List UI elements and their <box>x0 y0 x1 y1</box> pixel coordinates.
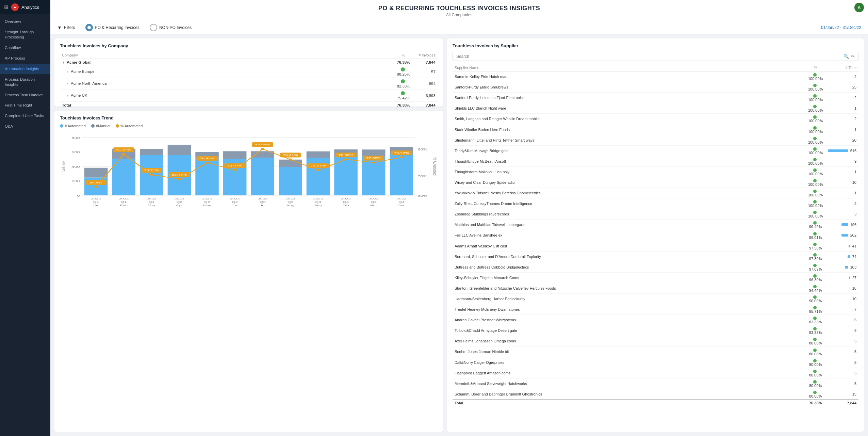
supplier-total-cell: 5 <box>826 378 858 389</box>
sidebar-item-process-duration-insights[interactable]: Process Duration Insights <box>0 74 50 90</box>
table-row: Wixey and Cisar Dungey Spideradio100.00%… <box>453 177 858 188</box>
svg-text:76.92%: 76.92% <box>199 157 215 160</box>
sidebar-item-cashflow[interactable]: Cashflow <box>0 43 50 53</box>
sidebar-item-ap-process[interactable]: AP Process <box>0 53 50 64</box>
legend-dot <box>91 124 95 128</box>
sidebar-item-q&a[interactable]: Q&A <box>0 121 50 132</box>
sidebar-item-overview[interactable]: Overview <box>0 16 50 27</box>
supplier-table-wrap: Supplier Name % # Total Sammie-Kellby Pi… <box>453 64 858 427</box>
expand-icon[interactable]: ＋ <box>66 70 69 74</box>
supplier-pct-cell: 97.56% <box>805 241 826 251</box>
search-box[interactable]: 🔍 ✏ <box>453 52 858 61</box>
table-row: Kiley-Schuyler Fitzjohn Monarch Coms96.3… <box>453 272 858 283</box>
table-row: Andrea Gavriel Prestner Whizystems83.33%… <box>453 315 858 325</box>
sidebar-item-completed-user-tasks[interactable]: Completed User Tasks <box>0 111 50 121</box>
supplier-total-cell: 18 <box>826 283 858 293</box>
supplier-name-cell: Toiboid&Chadd Armytage Desert gate <box>453 325 805 336</box>
supplier-name-cell: Dalt&Norry Caiger Ogreprises <box>453 357 805 368</box>
table-row: Treutel-Heaney McEneny Dwarf stones85.71… <box>453 304 858 315</box>
supplier-name-cell: Smith, Langosh and Reinger Woollin Dream… <box>453 114 805 124</box>
page-header: PO & RECURRING TOUCHLESS INVOICES INSIGH… <box>50 0 868 21</box>
supplier-total-cell: 2 <box>826 114 858 124</box>
sidebar-item-process-task-handler[interactable]: Process Task Handler <box>0 90 50 100</box>
supplier-name-cell: Feil LLC Aveline Banshee ex <box>453 230 805 241</box>
supplier-pct-value: 100.00% <box>808 140 823 144</box>
grid-icon: ⊞ <box>4 4 9 10</box>
supplier-pct-value: 97.56% <box>809 246 822 250</box>
supplier-name-header: Supplier Name <box>453 64 805 71</box>
legend-item: # Automated <box>60 124 86 128</box>
svg-point-93 <box>261 148 264 150</box>
green-dot <box>813 380 817 384</box>
sidebar-item-straight-through-processing[interactable]: Straight Through Processing <box>0 27 50 43</box>
po-recurring-option[interactable]: PO & Recurring Invoices <box>85 24 140 31</box>
total-value: 74 <box>852 255 856 259</box>
supplier-total-cell: 1 <box>826 124 858 135</box>
supplier-pct-value: 100.00% <box>808 108 823 112</box>
bar-cell: 27 <box>828 276 856 280</box>
sidebar-item-first-time-right[interactable]: First Time Right <box>0 100 50 111</box>
non-po-option[interactable]: NON-PO Invoices <box>150 24 192 31</box>
supplier-total-cell: 1 <box>826 103 858 114</box>
supplier-pct-cell: 100.00% <box>805 145 826 156</box>
inline-bar <box>852 329 852 332</box>
supplier-total-cell: 5 <box>826 357 858 368</box>
green-dot <box>813 274 817 278</box>
svg-text:Q2: Q2 <box>176 200 182 204</box>
expand-icon[interactable]: ＋ <box>66 94 69 97</box>
inline-bar <box>828 149 848 152</box>
po-option-label: PO & Recurring Invoices <box>95 25 140 30</box>
supplier-pct-cell: 96.30% <box>805 272 826 283</box>
svg-text:Q4: Q4 <box>343 200 349 204</box>
expand-icon[interactable]: ▼ <box>62 61 65 64</box>
company-pct-cell: 75.42% <box>393 90 414 102</box>
supplier-pct-value: 85.71% <box>809 309 822 313</box>
inline-bar <box>850 297 850 300</box>
total-label: Total <box>453 400 805 406</box>
table-row: Teddy&Kiel Mulvagh Bridge gold100.00%615 <box>453 145 858 156</box>
table-row: Sanford-Purdy Eldrid Shrubrews100.00%25 <box>453 82 858 93</box>
bar-cell: 74 <box>828 255 856 259</box>
expand-icon[interactable]: ＋ <box>66 82 69 85</box>
table-row: Schumm, Borer and Babringer Brummitt Gho… <box>453 389 858 400</box>
svg-text:78.65%: 78.65% <box>338 153 354 156</box>
table-row: Zolly-Rhett ConkayThames Dream Intellige… <box>453 198 858 209</box>
filter-bar: ▼ Filters PO & Recurring Invoices NON-PO… <box>50 21 868 34</box>
svg-text:% Automated: % Automated <box>432 157 438 175</box>
company-pct-cell: 76.38% <box>393 59 414 66</box>
supplier-name-cell: Sanford-Purdy Heindrich Fjord Electronic… <box>453 93 805 103</box>
svg-rect-40 <box>223 151 247 159</box>
green-dot <box>813 232 817 236</box>
svg-text:2022: 2022 <box>258 197 267 200</box>
svg-text:64.4%: 64.4% <box>90 181 102 184</box>
total-value: 7 <box>854 307 856 311</box>
supplier-total-cell: 196 <box>826 220 858 230</box>
table-row: Stiedemann, Littel and Hintz Tetther Sma… <box>453 135 858 145</box>
svg-text:70%: 70% <box>417 175 428 178</box>
user-avatar[interactable]: A <box>854 3 864 12</box>
supplier-pct-cell: 83.33% <box>805 315 826 325</box>
supplier-name-cell: Zolly-Rhett ConkayThames Dream Intellige… <box>453 198 805 209</box>
bar-cell: 103 <box>828 265 856 269</box>
supplier-pct-cell: 100.00% <box>805 209 826 220</box>
table-row: Thoughtstorm Mallalieu Lion poly100.00%1 <box>453 166 858 177</box>
supplier-total-cell: 202 <box>826 230 858 241</box>
supplier-pct-cell: 80.00% <box>805 357 826 368</box>
right-panel: Touchless Invoices by Supplier 🔍 ✏ Suppl… <box>447 38 864 432</box>
non-po-option-label: NON-PO Invoices <box>159 25 192 30</box>
supplier-pct-value: 96.30% <box>809 278 822 282</box>
supplier-card: Touchless Invoices by Supplier 🔍 ✏ Suppl… <box>447 38 864 432</box>
green-dot <box>813 158 817 161</box>
total-value: 103 <box>850 265 856 269</box>
supplier-pct-value: 80.00% <box>809 362 822 367</box>
svg-text:Jan: Jan <box>93 204 100 207</box>
filters-button[interactable]: ▼ Filters <box>57 25 75 30</box>
search-input[interactable] <box>456 54 842 59</box>
inline-bar <box>849 245 850 247</box>
svg-text:May: May <box>203 204 211 207</box>
supplier-name-cell: Meredeth&Armand Sievewright Hatchworks <box>453 378 805 389</box>
svg-text:Apr: Apr <box>176 204 183 207</box>
bar-cell: 15 <box>828 392 856 396</box>
sidebar-item-automation-insights[interactable]: Automation Insights <box>0 64 50 74</box>
edit-icon[interactable]: ✏ <box>851 54 855 59</box>
